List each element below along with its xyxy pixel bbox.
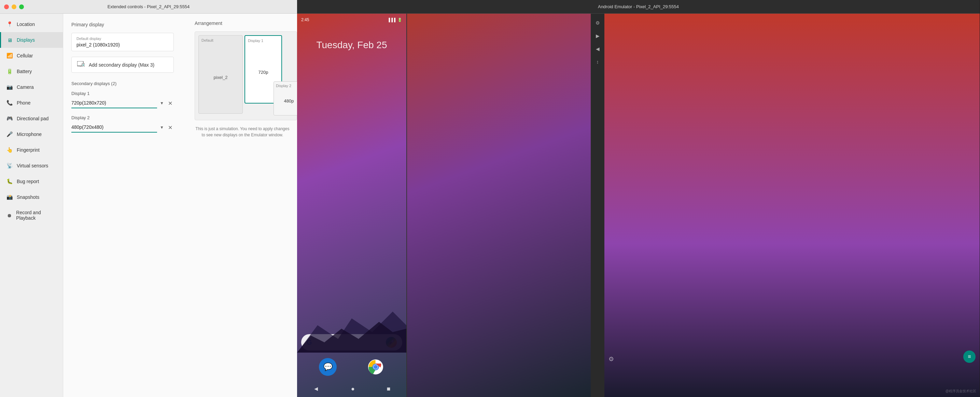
sidebar-label-microphone: Microphone <box>17 132 42 137</box>
arrangement-default-block: Default pixel_2 <box>198 35 243 114</box>
window-controls <box>4 5 24 9</box>
sidebar-item-phone[interactable]: 📞 Phone <box>0 95 63 111</box>
primary-phone-screen: 2:45 ▐▐▐ 🔋 Tuesday, Feb 25 G <box>297 14 406 397</box>
recents-button[interactable]: ■ <box>387 385 390 392</box>
virtual-sensors-icon: 📡 <box>6 163 13 169</box>
messages-app-icon[interactable]: 💬 <box>319 358 337 376</box>
emulator-content: @程序员金技术社区 ≡ ⚙ <box>605 14 980 397</box>
sidebar-item-displays[interactable]: 🖥 Displays <box>0 32 63 48</box>
chrome-icon-svg <box>368 359 383 375</box>
display-1-row: Display 1 720p(1280x720) ▼ ✕ <box>72 91 180 108</box>
signal-icon: ▐▐▐ <box>388 18 395 22</box>
sidebar-label-location: Location <box>17 22 35 27</box>
location-icon: 📍 <box>6 21 13 27</box>
sidebar-label-fingerprint: Fingerprint <box>17 147 40 153</box>
emulator-title-bar: Android Emulator - Pixel_2_API_29:5554 <box>297 0 980 14</box>
sidebar-item-battery[interactable]: 🔋 Battery <box>0 64 63 79</box>
sidebar-item-bug-report[interactable]: 🐛 Bug report <box>0 174 63 189</box>
sidebar-item-cellular[interactable]: 📶 Cellular <box>0 48 63 64</box>
date-text: Tuesday, Feb 25 <box>297 40 406 51</box>
sidebar-item-record-playback[interactable]: ⏺ Record and Playback <box>0 205 63 225</box>
maximize-button[interactable] <box>19 5 24 9</box>
svg-point-11 <box>374 365 378 369</box>
fab-icon: ≡ <box>968 354 971 360</box>
display-2-value: 480p(720x480) <box>72 124 103 130</box>
sidebar-label-camera: Camera <box>17 85 34 90</box>
display-2-row: Display 2 480p(720x480) ▼ ✕ <box>72 115 180 132</box>
dpad-icon: 🎮 <box>6 115 13 122</box>
battery-icon: 🔋 <box>6 69 13 75</box>
nav-bar: ◄ ● ■ <box>297 381 406 397</box>
add-secondary-display-label: Add secondary display (Max 3) <box>89 62 154 68</box>
side-toolbar: ⚙ ▶ ◀ ↕ <box>591 14 605 397</box>
mountain-silhouette <box>297 298 406 352</box>
chrome-app-icon[interactable] <box>367 358 385 376</box>
display-2-remove-button[interactable]: ✕ <box>167 123 174 132</box>
status-icons: ▐▐▐ 🔋 <box>388 18 402 22</box>
sidebar-label-bug-report: Bug report <box>17 179 39 184</box>
display-1-input-row: 720p(1280x720) ▼ ✕ <box>72 98 174 108</box>
watermark-text: @程序员金技术社区 <box>945 389 976 394</box>
arrangement-default-label: Default <box>202 38 213 42</box>
emulator-body: 2:45 ▐▐▐ 🔋 Tuesday, Feb 25 G <box>297 14 980 397</box>
bug-report-icon: 🐛 <box>6 179 13 185</box>
sidebar-item-microphone[interactable]: 🎤 Microphone <box>0 126 63 142</box>
main-content-area: Primary display Default display pixel_2 … <box>63 14 188 397</box>
sidebar-item-camera[interactable]: 📷 Camera <box>0 79 63 95</box>
sidebar-label-displays: Displays <box>17 37 35 43</box>
date-display: Tuesday, Feb 25 <box>297 26 406 57</box>
toolbar-button-2[interactable]: ▶ <box>592 31 603 41</box>
minimize-button[interactable] <box>12 5 16 9</box>
record-playback-icon: ⏺ <box>6 212 12 218</box>
sidebar-item-snapshots[interactable]: 📸 Snapshots <box>0 189 63 205</box>
wallpaper-area <box>297 57 406 334</box>
display-1-dropdown-arrow[interactable]: ▼ <box>160 101 164 105</box>
toolbar-button-1[interactable]: ⚙ <box>592 18 603 28</box>
sidebar-item-virtual-sensors[interactable]: 📡 Virtual sensors <box>0 158 63 174</box>
controls-body: 📍 Location 🖥 Displays 📶 Cellular 🔋 Batte… <box>0 14 297 397</box>
secondary-phone-screen <box>406 14 591 397</box>
right-content-area: @程序员金技术社区 ≡ ⚙ <box>605 14 980 397</box>
default-display-value: pixel_2 (1080x1920) <box>76 42 169 48</box>
close-button[interactable] <box>4 5 9 9</box>
sidebar: 📍 Location 🖥 Displays 📶 Cellular 🔋 Batte… <box>0 14 63 397</box>
title-bar: Extended controls - Pixel_2_API_29:5554 <box>0 0 297 14</box>
fingerprint-icon: 👆 <box>6 147 13 153</box>
display-1-value: 720p(1280x720) <box>72 100 106 105</box>
camera-icon: 📷 <box>6 84 13 90</box>
back-button[interactable]: ◄ <box>313 385 319 392</box>
sidebar-item-fingerprint[interactable]: 👆 Fingerprint <box>0 142 63 158</box>
arrangement-default-value: pixel_2 <box>213 75 228 80</box>
dock-area: 💬 <box>297 353 406 381</box>
add-secondary-display-button[interactable]: Add secondary display (Max 3) <box>72 57 174 73</box>
emulator-panel: Android Emulator - Pixel_2_API_29:5554 2… <box>297 0 980 397</box>
sidebar-item-dpad[interactable]: 🎮 Directional pad <box>0 111 63 126</box>
phone-icon: 📞 <box>6 100 13 106</box>
battery-status-icon: 🔋 <box>398 18 402 22</box>
arrangement-display1-label: Display 1 <box>248 38 263 43</box>
status-time: 2:45 <box>301 18 309 22</box>
microphone-icon: 🎤 <box>6 131 13 137</box>
sidebar-item-location[interactable]: 📍 Location <box>0 16 63 32</box>
arrangement-display2-value: 480p <box>284 99 294 104</box>
sidebar-label-battery: Battery <box>17 69 32 74</box>
display-2-dropdown-arrow[interactable]: ▼ <box>160 125 164 130</box>
arrangement-display1-value: 720p <box>258 70 268 75</box>
display-2-select[interactable]: 480p(720x480) <box>72 122 157 132</box>
emulator-title: Android Emulator - Pixel_2_API_29:5554 <box>598 4 679 9</box>
home-button[interactable]: ● <box>351 385 355 392</box>
snapshots-icon: 📸 <box>6 194 13 200</box>
sidebar-label-dpad: Directional pad <box>17 116 48 121</box>
toolbar-button-4[interactable]: ↕ <box>592 57 603 67</box>
floating-action-button[interactable]: ≡ <box>963 351 975 363</box>
arrangement-note: This is just a simulation. You need to a… <box>195 126 290 138</box>
extended-controls-panel: Extended controls - Pixel_2_API_29:5554 … <box>0 0 297 397</box>
arrangement-display2-block: Display 2 480p <box>274 81 297 115</box>
display-1-remove-button[interactable]: ✕ <box>167 99 174 108</box>
sidebar-label-virtual-sensors: Virtual sensors <box>17 163 48 169</box>
settings-overlay-icon[interactable]: ⚙ <box>608 355 614 363</box>
toolbar-button-3[interactable]: ◀ <box>592 44 603 54</box>
display-1-select[interactable]: 720p(1280x720) <box>72 98 157 108</box>
primary-display-title: Primary display <box>72 22 180 27</box>
arrangement-canvas: Default pixel_2 Display 1 720p Display 2… <box>195 32 297 120</box>
